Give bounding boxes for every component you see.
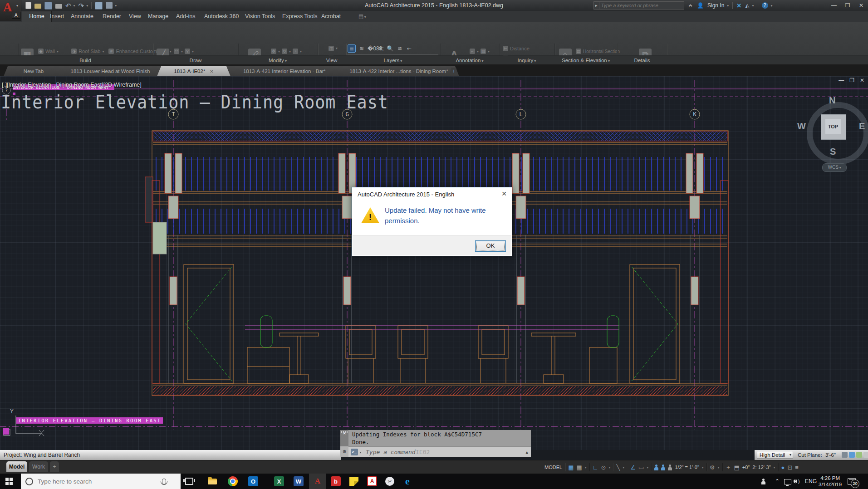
cut-plane-value[interactable]: 3'-6" xyxy=(825,450,836,460)
viewcube-east[interactable]: E xyxy=(859,121,865,132)
tab-manage[interactable]: Manage xyxy=(144,11,172,22)
restore-button[interactable]: ❐ xyxy=(841,0,854,11)
people-tray-button[interactable] xyxy=(761,474,765,489)
action-center-button[interactable]: 20 xyxy=(848,474,856,489)
model-space-badge[interactable]: MODEL xyxy=(544,465,562,470)
dimension-button[interactable]: ⌐▾▨▾ xyxy=(470,48,490,55)
layer-lock-icon[interactable]: 🔍 xyxy=(387,45,394,52)
task-view-button[interactable] xyxy=(181,474,198,489)
viewcube-west[interactable]: W xyxy=(797,121,806,132)
command-input-bar[interactable]: >_ ▾ Type a command IE02 ▲ xyxy=(348,446,531,457)
elevation-value[interactable]: +0" xyxy=(742,465,750,470)
panel-label-details[interactable]: Details xyxy=(634,56,650,65)
level-value[interactable]: 2: 12'-3" xyxy=(752,465,770,470)
layer-match-icon[interactable]: ≌ xyxy=(396,45,403,52)
drawing-viewport[interactable]: T G L K ? Y INTERIOR ELEVATION - DINING … xyxy=(0,76,868,450)
sign-in-dropdown-icon[interactable]: ▾ xyxy=(727,4,729,8)
arc-button[interactable]: ◠▾⋎▾ xyxy=(174,48,194,55)
annotation-scale-value[interactable]: 1/2" = 1'-0" xyxy=(675,465,699,470)
close-button[interactable]: ✕ xyxy=(854,0,868,11)
tab-express-tools[interactable]: Express Tools xyxy=(279,11,321,22)
panel-label-view[interactable]: View xyxy=(326,56,338,65)
panel-label-modify[interactable]: Modify xyxy=(269,56,287,65)
chrome-button[interactable] xyxy=(224,474,241,489)
snap-mode-icon[interactable]: ▦ xyxy=(576,464,582,471)
roof-slab-button[interactable]: ⬗Roof Slab▾ xyxy=(71,48,104,55)
viewcube-south[interactable]: S xyxy=(830,147,836,157)
sign-in-button[interactable]: Sign In xyxy=(707,2,724,9)
panel-label-section-elevation[interactable]: Section & Elevation xyxy=(562,56,610,65)
application-menu-button[interactable]: A ▾ A xyxy=(0,0,21,21)
sticky-notes-button[interactable] xyxy=(345,474,363,489)
windows-search-box[interactable] xyxy=(21,474,181,489)
command-dropdown-icon[interactable]: ▾ xyxy=(359,450,362,455)
tab-annotate[interactable]: Annotate xyxy=(67,11,97,22)
file-tab-ie02-active[interactable]: 1813-A-IE02*✕ xyxy=(157,66,230,76)
word-button[interactable]: W xyxy=(290,474,307,489)
dialog-close-icon[interactable]: ✕ xyxy=(501,190,507,197)
layer-off-icon[interactable]: ≋ xyxy=(358,45,365,52)
help-dropdown-icon[interactable]: ▾ xyxy=(771,4,773,8)
ribbon-display-toggle-icon[interactable]: ▤ ▾ xyxy=(358,13,366,20)
horizontal-section-button[interactable]: ▤Horizontal Section xyxy=(576,48,620,55)
view-cube-button[interactable]: ◫▾ xyxy=(329,44,338,52)
tab-view[interactable]: View xyxy=(125,11,145,22)
a360-icon[interactable]: ◭ xyxy=(745,2,749,9)
drawing-window-controls[interactable]: —❐✕ xyxy=(834,77,865,83)
fullscreen-icon[interactable]: ⊡ xyxy=(787,464,792,471)
wcs-button[interactable]: WCS xyxy=(822,163,847,172)
layer-prev-icon[interactable]: ⇠ xyxy=(406,45,413,52)
modify-row-1[interactable]: ✥▾↻▾◔▾ xyxy=(271,48,302,55)
annotation-scale-icon[interactable] xyxy=(668,465,672,470)
tab-acrobat[interactable]: Acrobat xyxy=(318,11,344,22)
model-tab[interactable]: Model xyxy=(6,461,27,472)
tab-vision-tools[interactable]: Vision Tools xyxy=(241,11,279,22)
regen-icon[interactable] xyxy=(849,452,855,458)
outlook-button[interactable]: O xyxy=(245,474,262,489)
osnap-tracking-icon[interactable]: ∠ xyxy=(630,464,636,471)
file-tab-close-icon[interactable]: ✕ xyxy=(210,69,213,74)
a360-dropdown-icon[interactable]: ▾ xyxy=(752,4,754,8)
clock[interactable]: 4:26 PM 3/14/2019 xyxy=(819,475,842,489)
help-icon[interactable]: ? xyxy=(762,2,768,9)
viewcube-top-label[interactable]: TOP xyxy=(825,119,841,134)
tab-add-ins[interactable]: Add-ins xyxy=(172,11,199,22)
ortho-mode-icon[interactable]: ∟ xyxy=(593,464,598,471)
detail-level-dropdown[interactable]: High Detail xyxy=(757,451,793,459)
file-tab-a422[interactable]: 1813-A-422 Interior ...tions - Dining Ro… xyxy=(338,66,459,76)
panel-label-draw[interactable]: Draw xyxy=(190,56,202,65)
selection-grip[interactable] xyxy=(3,428,9,435)
panel-label-annotation[interactable]: Annotation xyxy=(456,56,483,65)
search-binoculars-icon[interactable]: 🜁 xyxy=(688,2,693,9)
selected-text-east[interactable]: INTERIOR ELEVATION — DINING ROOM EAST xyxy=(16,417,163,424)
autocad-taskbar-button[interactable]: A xyxy=(309,474,326,489)
object-snap-icon[interactable]: ▭ xyxy=(638,464,644,471)
edge-button[interactable]: e xyxy=(399,474,416,489)
revu-button[interactable]: b xyxy=(327,474,344,489)
command-customize-icon[interactable]: ⚙ xyxy=(340,446,348,457)
command-close-icon[interactable]: ✕ xyxy=(340,430,348,446)
tab-insert[interactable]: Insert xyxy=(46,11,68,22)
annotation-monitor-icon[interactable]: ＋ xyxy=(726,463,731,471)
command-placeholder[interactable]: Type a command xyxy=(366,449,416,455)
search-go-icon[interactable]: ▸ xyxy=(594,2,599,9)
help-search-input[interactable] xyxy=(599,3,680,8)
quick-properties-icon[interactable]: ● xyxy=(781,464,785,471)
file-explorer-button[interactable] xyxy=(204,474,221,489)
network-tray-button[interactable] xyxy=(784,474,791,489)
acrobat-button[interactable]: A xyxy=(363,474,381,489)
command-expand-icon[interactable]: ▲ xyxy=(526,450,528,455)
elevation-cube-icon[interactable]: ⬒ xyxy=(734,464,740,471)
file-tab-louver[interactable]: 1813-Louver Head at Wood Finish xyxy=(53,66,168,76)
annotation-visibility-icon[interactable] xyxy=(654,465,658,470)
windows-search-input[interactable] xyxy=(37,478,152,485)
panel-label-build[interactable]: Build xyxy=(79,56,91,65)
snipping-tool-button[interactable]: ✂ xyxy=(381,474,398,489)
minimize-button[interactable]: — xyxy=(827,0,841,11)
viewcube-north[interactable]: N xyxy=(829,95,835,106)
wall-button[interactable]: ◆Wall▾ xyxy=(38,48,67,55)
grid-display-icon[interactable]: ▦ xyxy=(568,464,574,471)
polar-tracking-icon[interactable]: ⊙ xyxy=(601,464,606,471)
excel-button[interactable]: X xyxy=(270,474,288,489)
distance-button[interactable]: ⊢Distance xyxy=(503,44,552,52)
